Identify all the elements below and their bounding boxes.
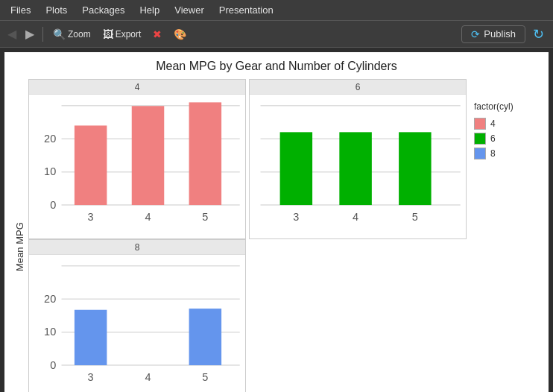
separator-1	[42, 27, 43, 42]
legend-swatch-6	[474, 133, 486, 145]
empty-panel-placeholder	[249, 239, 467, 393]
zoom-label: Zoom	[68, 29, 91, 39]
svg-text:4: 4	[353, 211, 358, 223]
back-button[interactable]: ◀	[4, 25, 19, 42]
legend-label-4: 4	[490, 118, 496, 129]
svg-text:3: 3	[88, 370, 94, 382]
brush-icon: 🎨	[174, 28, 186, 40]
panel-row-top: 4 0 10 20	[28, 79, 467, 239]
publish-icon: ⟳	[471, 28, 480, 40]
svg-rect-8	[132, 106, 165, 205]
toolbar: ◀ ▶ 🔍 Zoom 🖼 Export ✖ 🎨 ⟳ Publish ↻	[0, 21, 553, 48]
legend-label-6: 6	[490, 133, 496, 144]
zoom-button[interactable]: 🔍 Zoom	[48, 26, 95, 42]
panel-cyl6-chart: 3 4 5	[250, 95, 466, 238]
svg-rect-7	[75, 125, 107, 205]
clear-icon: ✖	[153, 28, 162, 40]
svg-text:10: 10	[44, 325, 56, 337]
y-axis-label: Mean MPG	[12, 79, 27, 392]
legend-swatch-4	[474, 118, 486, 130]
svg-text:20: 20	[44, 133, 56, 145]
svg-text:3: 3	[88, 211, 94, 223]
svg-rect-9	[189, 102, 222, 205]
plot-area: Mean MPG by Gear and Number of Cylinders…	[4, 52, 549, 392]
svg-rect-31	[189, 309, 222, 365]
menu-help[interactable]: Help	[132, 3, 167, 17]
panel-cyl6: 6 3	[249, 79, 467, 239]
panel-cyl4-chart: 0 10 20 3 4	[29, 95, 245, 238]
legend-item-8: 8	[474, 148, 526, 159]
publish-label: Publish	[484, 28, 516, 39]
legend-title: factor(cyl)	[474, 101, 526, 112]
plot-title: Mean MPG by Gear and Number of Cylinders	[156, 60, 397, 73]
forward-button[interactable]: ▶	[22, 25, 37, 42]
legend-label-8: 8	[490, 148, 496, 159]
panel-cyl8-chart: 0 10 20 3 4 5	[29, 255, 245, 393]
legend: factor(cyl) 4 6 8	[467, 94, 534, 392]
svg-text:5: 5	[202, 370, 208, 382]
svg-text:20: 20	[44, 292, 56, 304]
menu-packages[interactable]: Packages	[75, 3, 132, 17]
export-button[interactable]: 🖼 Export	[98, 26, 146, 42]
svg-rect-30	[75, 309, 107, 364]
panel-cyl8: 8 0 10 20	[28, 239, 246, 393]
legend-item-6: 6	[474, 133, 526, 145]
menu-bar: Files Plots Packages Help Viewer Present…	[0, 0, 553, 21]
publish-button[interactable]: ⟳ Publish	[461, 25, 525, 43]
panel-cyl4-title: 4	[29, 80, 245, 95]
menu-viewer[interactable]: Viewer	[167, 3, 212, 17]
menu-presentation[interactable]: Presentation	[212, 3, 281, 17]
zoom-icon: 🔍	[53, 28, 66, 40]
svg-text:0: 0	[50, 358, 56, 370]
svg-text:3: 3	[293, 211, 299, 223]
svg-text:0: 0	[50, 198, 56, 210]
export-label: Export	[116, 29, 142, 39]
svg-rect-18	[339, 132, 372, 205]
svg-text:10: 10	[44, 165, 56, 177]
legend-item-4: 4	[474, 118, 526, 130]
refresh-button[interactable]: ↻	[528, 25, 549, 44]
panel-row-bottom: 8 0 10 20	[28, 239, 467, 393]
svg-text:5: 5	[202, 211, 208, 223]
svg-text:5: 5	[412, 211, 418, 223]
panel-cyl6-title: 6	[250, 80, 466, 95]
svg-text:4: 4	[145, 370, 151, 382]
menu-files[interactable]: Files	[3, 3, 38, 17]
panel-cyl8-title: 8	[29, 240, 245, 255]
plot-content: Mean MPG 4 0	[4, 79, 549, 392]
export-icon: 🖼	[103, 28, 113, 40]
panel-cyl4: 4 0 10 20	[28, 79, 246, 239]
clear-button[interactable]: ✖	[148, 26, 166, 42]
svg-text:4: 4	[145, 211, 151, 223]
style-button[interactable]: 🎨	[169, 26, 191, 42]
menu-plots[interactable]: Plots	[38, 3, 75, 17]
svg-rect-17	[280, 132, 313, 205]
svg-rect-19	[399, 132, 432, 205]
legend-swatch-8	[474, 148, 486, 159]
